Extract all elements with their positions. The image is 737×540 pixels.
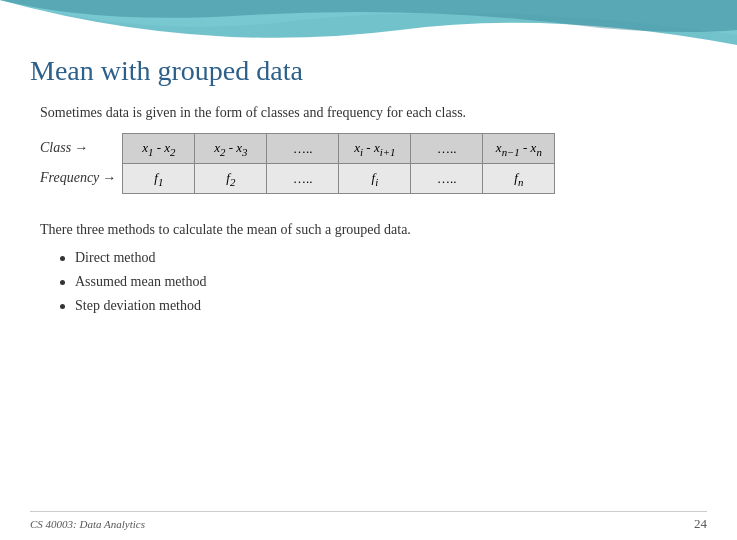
row-labels: Class → Frequency →: [40, 133, 116, 193]
freq-cell-1: f1: [123, 164, 195, 194]
list-item: Assumed mean method: [60, 274, 707, 290]
class-cell-1: x1 - x2: [123, 134, 195, 164]
bullet-dot: [60, 280, 65, 285]
class-arrow: →: [74, 140, 88, 156]
bullet-dot: [60, 304, 65, 309]
class-cell-5: …..: [411, 134, 483, 164]
footer-course: CS 40003: Data Analytics: [30, 518, 145, 530]
main-content: Mean with grouped data Sometimes data is…: [30, 55, 707, 500]
class-cell-2: x2 - x3: [195, 134, 267, 164]
list-item: Step deviation method: [60, 298, 707, 314]
class-cell-4: xi - xi+1: [339, 134, 411, 164]
class-cell-3: …..: [267, 134, 339, 164]
table-section: Class → Frequency → x1 - x2 x2 - x3 ….. …: [40, 133, 707, 194]
footer: CS 40003: Data Analytics 24: [30, 511, 707, 532]
top-banner: [0, 0, 737, 60]
freq-cell-3: …..: [267, 164, 339, 194]
freq-cell-6: fn: [483, 164, 555, 194]
methods-title: There three methods to calculate the mea…: [40, 222, 707, 238]
subtitle: Sometimes data is given in the form of c…: [40, 105, 707, 121]
footer-page-number: 24: [694, 516, 707, 532]
frequency-label: Frequency →: [40, 163, 116, 193]
page-title: Mean with grouped data: [30, 55, 707, 87]
freq-arrow: →: [102, 170, 116, 186]
class-label: Class →: [40, 133, 116, 163]
class-cell-6: xn−1 - xn: [483, 134, 555, 164]
list-item: Direct method: [60, 250, 707, 266]
freq-cell-4: fi: [339, 164, 411, 194]
freq-cell-2: f2: [195, 164, 267, 194]
data-table: x1 - x2 x2 - x3 ….. xi - xi+1 ….. xn−1 -…: [122, 133, 555, 194]
freq-cell-5: …..: [411, 164, 483, 194]
freq-row: f1 f2 ….. fi ….. fn: [123, 164, 555, 194]
bullet-list: Direct method Assumed mean method Step d…: [60, 250, 707, 314]
bullet-dot: [60, 256, 65, 261]
class-row: x1 - x2 x2 - x3 ….. xi - xi+1 ….. xn−1 -…: [123, 134, 555, 164]
